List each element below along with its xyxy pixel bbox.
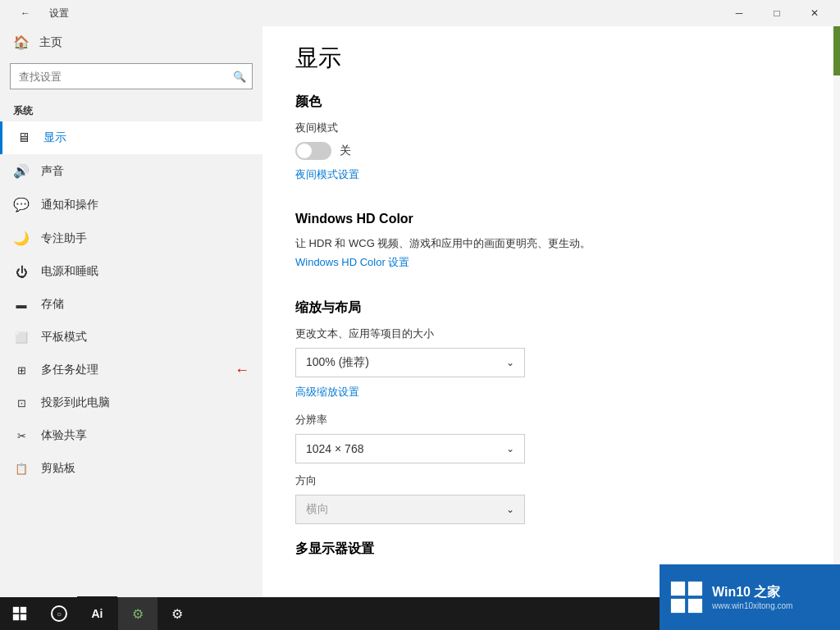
scale-label: 更改文本、应用等项目的大小	[295, 326, 807, 341]
project-icon: ⊡	[13, 397, 30, 409]
scale-section-title: 缩放与布局	[295, 299, 807, 317]
sidebar-item-sound[interactable]: 🔊 声音	[0, 154, 262, 188]
app-container: 🏠 主页 🔍 系统 🖥 显示 🔊 声音 💬 通知和操作 🌙 专注助手 ⏻	[0, 26, 840, 597]
night-mode-state: 关	[340, 144, 351, 158]
chevron-down-icon: ⌄	[506, 504, 514, 515]
orientation-value: 横向	[306, 502, 329, 517]
toggle-knob	[297, 144, 312, 158]
svg-rect-7	[688, 599, 702, 613]
power-icon: ⏻	[13, 265, 30, 279]
orientation-dropdown[interactable]: 横向 ⌄	[295, 495, 525, 524]
scrollbar[interactable]	[833, 26, 840, 597]
night-mode-toggle[interactable]	[295, 142, 331, 160]
night-mode-toggle-row: 关	[295, 142, 807, 160]
chevron-down-icon: ⌄	[506, 357, 514, 368]
resolution-dropdown[interactable]: 840 × 630 ⌄	[295, 434, 525, 463]
focus-icon: 🌙	[13, 231, 30, 246]
scale-value: 100% (推荐)	[306, 355, 369, 370]
settings-icon: ⚙	[132, 606, 144, 622]
watermark-title: Win10 之家	[712, 584, 792, 601]
hdr-settings-link[interactable]: Windows HD Color 设置	[295, 255, 409, 270]
back-button[interactable]: ←	[7, 0, 44, 26]
search-input[interactable]	[10, 63, 253, 89]
notifications-icon: 💬	[13, 197, 30, 212]
sidebar-item-shared[interactable]: ✂ 体验共享	[0, 419, 262, 452]
start-button[interactable]	[0, 597, 39, 630]
svg-rect-5	[688, 582, 702, 596]
svg-rect-3	[21, 614, 26, 620]
svg-rect-6	[671, 599, 685, 613]
section-label: 系统	[0, 98, 262, 121]
sidebar-item-label: 平板模式	[41, 330, 87, 345]
titlebar: ← 设置 ─ □ ✕	[0, 0, 840, 26]
hdr-section-title: Windows HD Color	[295, 212, 807, 226]
sidebar-item-clipboard[interactable]: 📋 剪贴板	[0, 452, 262, 485]
gear-icon: ⚙	[171, 606, 183, 622]
svg-rect-4	[671, 582, 685, 596]
hdr-description: 让 HDR 和 WCG 视频、游戏和应用中的画面更明亮、更生动。	[295, 236, 807, 251]
scale-dropdown[interactable]: 100% (推荐) ⌄	[295, 348, 525, 377]
search-container: 🔍	[10, 63, 253, 89]
sidebar-item-focus[interactable]: 🌙 专注助手	[0, 221, 262, 255]
sidebar-item-label: 专注助手	[41, 231, 87, 246]
sidebar-item-multitask[interactable]: ⊞ 多任务处理 ←	[0, 354, 262, 386]
watermark-url: www.win10xitong.com	[712, 601, 792, 610]
orientation-label: 方向	[295, 473, 807, 488]
chevron-down-icon: ⌄	[506, 443, 514, 454]
sidebar-item-power[interactable]: ⏻ 电源和睡眠	[0, 255, 262, 288]
display-icon: 🖥	[16, 130, 32, 145]
main-content: 显示 颜色 夜间模式 关 夜间模式设置 Windows HD Color 让 H…	[262, 26, 840, 597]
sidebar-item-label: 通知和操作	[41, 198, 98, 212]
svg-rect-1	[21, 607, 26, 613]
sidebar-item-display[interactable]: 🖥 显示	[0, 121, 262, 154]
settings-taskbar-icon[interactable]: ⚙	[118, 597, 158, 630]
clipboard-icon: 📋	[13, 463, 30, 475]
ai-badge[interactable]: Ai	[77, 596, 117, 630]
orientation-dropdown-container: 横向 ⌄	[295, 495, 807, 524]
app-title: 设置	[49, 7, 69, 21]
scale-dropdown-container: 100% (推荐) ⌄	[295, 348, 807, 377]
storage-icon: ▬	[13, 299, 30, 311]
shared-icon: ✂	[13, 430, 30, 442]
search-icon: 🔍	[233, 71, 246, 83]
search-taskbar-button[interactable]: ○	[39, 597, 79, 630]
multi-display-section-title: 多显示器设置	[295, 541, 807, 558]
sidebar-item-project[interactable]: ⊡ 投影到此电脑	[0, 386, 262, 419]
home-icon: 🏠	[13, 34, 30, 50]
watermark-text: Win10 之家 www.win10xitong.com	[712, 584, 792, 610]
sidebar-item-label: 电源和睡眠	[41, 264, 98, 279]
sidebar-item-label: 多任务处理	[41, 363, 98, 377]
home-label: 主页	[39, 35, 62, 50]
sidebar: 🏠 主页 🔍 系统 🖥 显示 🔊 声音 💬 通知和操作 🌙 专注助手 ⏻	[0, 26, 262, 597]
minimize-button[interactable]: ─	[720, 0, 758, 26]
sidebar-item-storage[interactable]: ▬ 存储	[0, 288, 262, 321]
night-mode-label: 夜间模式	[295, 121, 807, 135]
sidebar-item-label: 剪贴板	[41, 461, 75, 476]
sidebar-item-label: 体验共享	[41, 428, 87, 443]
sidebar-item-notifications[interactable]: 💬 通知和操作	[0, 188, 262, 221]
tablet-icon: ⬜	[13, 331, 30, 344]
win-logo-large-icon	[669, 580, 704, 614]
color-section-title: 颜色	[295, 94, 807, 111]
scrollbar-thumb	[833, 26, 840, 75]
svg-rect-2	[13, 614, 19, 620]
sidebar-item-label: 存储	[41, 297, 64, 312]
night-mode-settings-link[interactable]: 夜间模式设置	[295, 167, 359, 182]
svg-rect-0	[13, 607, 19, 613]
windows-logo-icon	[12, 606, 27, 621]
advanced-scale-link[interactable]: 高级缩放设置	[295, 385, 359, 399]
window-controls: ─ □ ✕	[720, 0, 833, 26]
restore-button[interactable]: □	[758, 0, 796, 26]
search-circle-icon: ○	[51, 605, 67, 622]
sidebar-item-label: 声音	[41, 164, 64, 179]
sidebar-item-tablet[interactable]: ⬜ 平板模式	[0, 321, 262, 354]
sidebar-item-label: 投影到此电脑	[41, 395, 110, 410]
sidebar-item-home[interactable]: 🏠 主页	[0, 26, 262, 58]
multitask-icon: ⊞	[13, 364, 30, 377]
gear-taskbar-icon[interactable]: ⚙	[158, 597, 197, 630]
close-button[interactable]: ✕	[796, 0, 833, 26]
page-title: 显示	[295, 43, 807, 74]
resolution-value: 840 × 630	[306, 442, 363, 455]
ai-label: Ai	[92, 607, 103, 620]
taskbar: ○ ⊞ ⚙ ⚙ ∧ 🔊 ⊕ 13:082021/1/6 Win10 之家 www…	[0, 597, 840, 630]
